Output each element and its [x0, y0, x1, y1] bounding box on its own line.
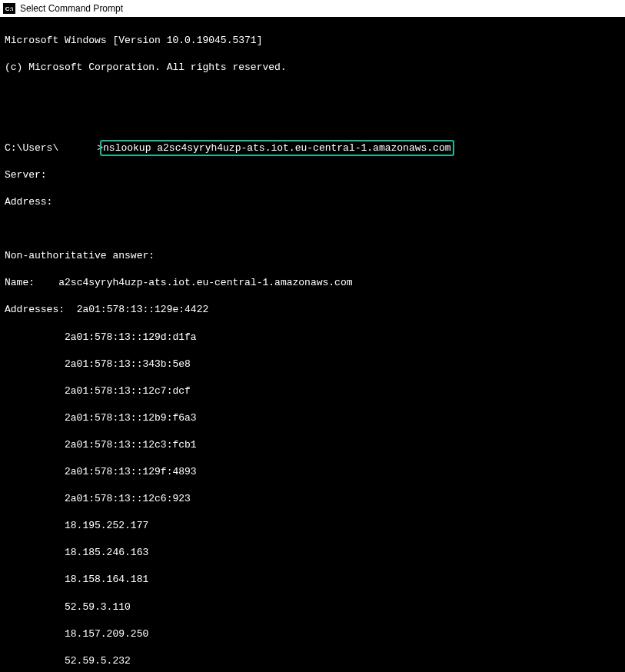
window-title-bar: C:\ Select Command Prompt [0, 0, 625, 17]
window-title: Select Command Prompt [20, 3, 123, 14]
address-line: Address: [5, 195, 620, 209]
command-highlight: nslookup a2sc4syryh4uzp-ats.iot.eu-centr… [100, 140, 454, 157]
banner-version: Microsoft Windows [Version 10.0.19045.53… [5, 34, 620, 48]
server-line: Server: [5, 168, 620, 182]
banner-copyright: (c) Microsoft Corporation. All rights re… [5, 61, 620, 75]
cmd-icon: C:\ [3, 3, 15, 14]
terminal-output[interactable]: Microsoft Windows [Version 10.0.19045.53… [0, 17, 625, 672]
non-auth-label: Non-authoritative answer: [5, 249, 620, 263]
addresses-line: Addresses: 2a01:578:13::129e:4422 [5, 303, 620, 317]
prompt-line: C:\Users\ >nslookup a2sc4syryh4uzp-ats.i… [5, 141, 620, 155]
name-line: Name: a2sc4syryh4uzp-ats.iot.eu-central-… [5, 276, 620, 290]
